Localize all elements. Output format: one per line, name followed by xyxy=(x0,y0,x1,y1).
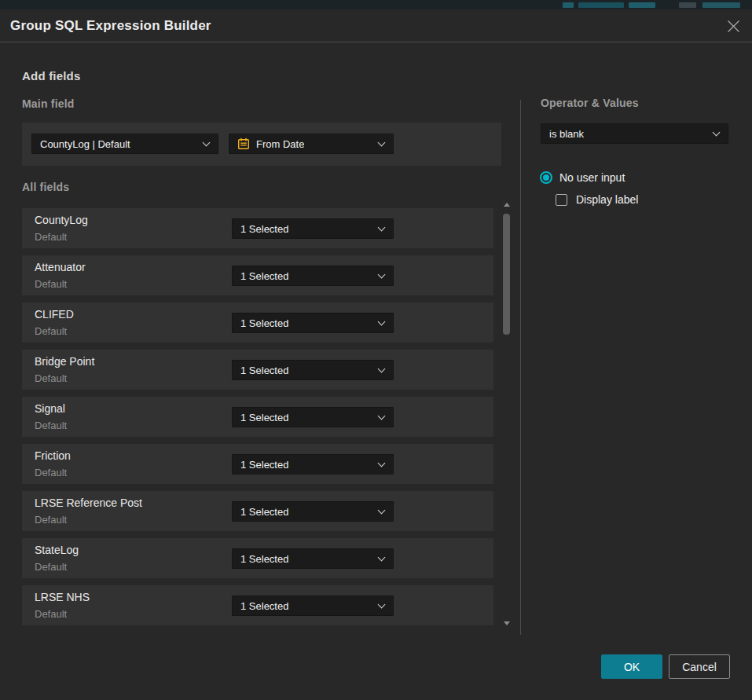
chevron-down-icon xyxy=(378,224,386,232)
field-selection-dropdown[interactable]: 1 Selected xyxy=(232,218,394,239)
scrollbar-thumb[interactable] xyxy=(503,214,510,335)
background-app-strip xyxy=(0,0,752,9)
field-selection-dropdown[interactable]: 1 Selected xyxy=(232,360,394,380)
field-row: LRSE Reference Post Default 1 Selected xyxy=(22,491,493,531)
scrollbar-up-icon[interactable] xyxy=(504,203,510,207)
calendar-icon xyxy=(237,137,250,150)
background-app-fragment xyxy=(679,2,696,8)
background-app-fragment xyxy=(702,2,740,8)
chevron-down-icon xyxy=(378,412,386,420)
field-subtitle: Default xyxy=(35,420,67,431)
field-name: LRSE Reference Post xyxy=(35,497,142,509)
display-label-checkbox[interactable]: Display label xyxy=(556,193,638,206)
field-row: StateLog Default 1 Selected xyxy=(22,538,493,578)
checkbox-unchecked-icon xyxy=(556,194,567,206)
chevron-down-icon xyxy=(378,139,386,147)
field-subtitle: Default xyxy=(35,467,67,478)
main-field-box: CountyLog | Default From Date xyxy=(22,123,501,166)
field-row: CLIFED Default 1 Selected xyxy=(22,302,493,343)
main-field-label: Main field xyxy=(22,97,75,110)
field-subtitle: Default xyxy=(35,514,67,526)
chevron-down-icon xyxy=(713,129,721,137)
field-name: StateLog xyxy=(35,544,79,556)
screen: Group SQL Expression Builder Add fields … xyxy=(0,0,752,700)
group-sql-expression-builder-dialog: Group SQL Expression Builder Add fields … xyxy=(0,9,752,700)
all-fields-label: All fields xyxy=(22,181,69,193)
display-label-label: Display label xyxy=(576,193,638,206)
field-row: LRSE NHS Default 1 Selected xyxy=(22,585,493,625)
layer-dropdown[interactable]: CountyLog | Default xyxy=(31,134,218,154)
field-subtitle: Default xyxy=(35,278,67,290)
close-icon[interactable] xyxy=(724,16,743,35)
field-row: Signal Default 1 Selected xyxy=(22,397,493,437)
ok-button[interactable]: OK xyxy=(601,654,662,679)
field-selection-dropdown[interactable]: 1 Selected xyxy=(232,501,394,522)
field-subtitle: Default xyxy=(35,372,67,384)
background-app-fragment xyxy=(563,2,574,8)
layer-dropdown-value: CountyLog | Default xyxy=(40,138,130,150)
cancel-button[interactable]: Cancel xyxy=(669,654,730,679)
panel-divider xyxy=(520,100,521,635)
field-name: Signal xyxy=(35,402,65,415)
add-fields-heading: Add fields xyxy=(22,69,81,82)
chevron-down-icon xyxy=(378,271,386,279)
field-name: LRSE NHS xyxy=(35,591,90,603)
operator-dropdown[interactable]: is blank xyxy=(541,123,728,144)
field-dropdown-value: From Date xyxy=(256,138,304,150)
field-dropdown[interactable]: From Date xyxy=(229,134,394,154)
field-selection-dropdown[interactable]: 1 Selected xyxy=(232,407,394,427)
field-name: Friction xyxy=(35,449,71,462)
field-selection-dropdown[interactable]: 1 Selected xyxy=(232,596,394,616)
field-row: CountyLog Default 1 Selected xyxy=(22,208,493,248)
field-selection-dropdown[interactable]: 1 Selected xyxy=(232,548,394,569)
chevron-down-icon xyxy=(378,318,386,326)
scrollbar-down-icon[interactable] xyxy=(504,621,510,625)
dialog-titlebar: Group SQL Expression Builder xyxy=(0,9,752,42)
operator-dropdown-value: is blank xyxy=(549,128,584,140)
dialog-title: Group SQL Expression Builder xyxy=(10,9,211,42)
operator-values-heading: Operator & Values xyxy=(541,97,639,109)
background-app-fragment xyxy=(578,2,624,8)
chevron-down-icon xyxy=(378,554,386,562)
field-name: CLIFED xyxy=(35,308,74,321)
chevron-down-icon xyxy=(378,601,386,609)
chevron-down-icon xyxy=(203,139,211,147)
chevron-down-icon xyxy=(378,460,386,467)
field-row: Attenuator Default 1 Selected xyxy=(22,255,493,295)
field-selection-dropdown[interactable]: 1 Selected xyxy=(232,454,394,475)
chevron-down-icon xyxy=(378,365,386,373)
no-user-input-label: No user input xyxy=(559,171,625,184)
field-subtitle: Default xyxy=(35,608,67,620)
field-selection-dropdown[interactable]: 1 Selected xyxy=(232,266,394,286)
field-subtitle: Default xyxy=(35,231,67,243)
background-app-fragment xyxy=(629,2,655,8)
field-row: Friction Default 1 Selected xyxy=(22,444,493,484)
radio-selected-icon xyxy=(540,171,552,184)
field-selection-dropdown[interactable]: 1 Selected xyxy=(232,313,394,333)
field-subtitle: Default xyxy=(35,325,67,337)
field-row: Bridge Point Default 1 Selected xyxy=(22,350,493,390)
no-user-input-radio[interactable]: No user input xyxy=(540,171,625,184)
chevron-down-icon xyxy=(378,507,386,515)
field-name: Bridge Point xyxy=(35,355,94,368)
field-name: CountyLog xyxy=(35,214,88,226)
field-subtitle: Default xyxy=(35,561,67,573)
field-name: Attenuator xyxy=(35,261,86,273)
